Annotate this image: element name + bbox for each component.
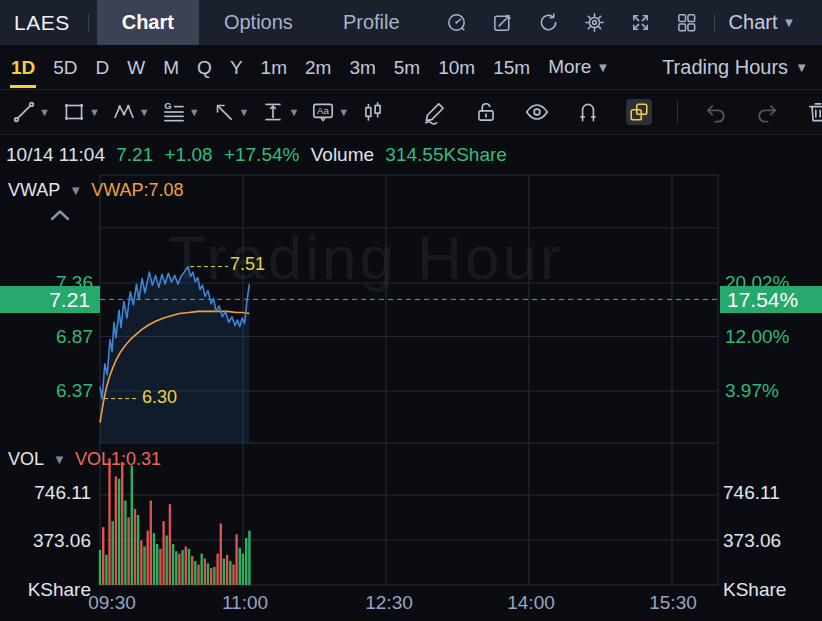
chevron-down-icon[interactable]: ▼ <box>53 452 66 467</box>
volume-label: Volume <box>311 144 374 165</box>
gauge-icon[interactable] <box>445 11 468 34</box>
tab-options[interactable]: Options <box>199 0 318 45</box>
chevron-down-icon[interactable]: ▼ <box>39 106 50 118</box>
chevron-down-icon[interactable]: ▼ <box>288 106 299 118</box>
quote-change: +1.08 <box>165 144 213 165</box>
chevron-down-icon[interactable]: ▼ <box>89 106 100 118</box>
ticker-symbol: LAES <box>14 11 70 35</box>
quote-info-line: 10/14 11:04 7.21 +1.08 +17.54% Volume 31… <box>6 144 513 166</box>
price-tick-left: 6.87 <box>0 325 93 349</box>
quote-datetime: 10/14 11:04 <box>6 144 105 165</box>
trading-app-window: Trading Hour LAES Chart Options Profile <box>0 0 822 621</box>
price-range-icon <box>260 99 286 125</box>
tf-m[interactable]: M <box>154 45 188 90</box>
tf-5d[interactable]: 5D <box>44 45 86 90</box>
chevron-down-icon: ▼ <box>782 15 795 30</box>
session-high-annotation: 7.51 <box>230 254 265 275</box>
volume-unit-right: KShare <box>723 578 786 602</box>
tf-more-label: More <box>548 56 591 78</box>
tf-2m[interactable]: 2m <box>296 45 340 90</box>
tab-chart[interactable]: Chart <box>97 0 199 45</box>
chevron-down-icon[interactable]: ▼ <box>69 183 82 198</box>
vol1-value: VOL1:0.31 <box>75 449 161 470</box>
refresh-icon[interactable] <box>537 11 560 34</box>
wave-pattern-tool[interactable]: ▼ <box>111 99 150 125</box>
trend-line-tool[interactable]: ▼ <box>11 99 50 125</box>
divider <box>714 14 715 32</box>
gann-lines-icon: G <box>161 99 187 125</box>
volume-tick-right: 373.06 <box>723 529 781 553</box>
volume-tick-right: 746.11 <box>723 481 780 505</box>
vwap-indicator-row: VWAP ▼ VWAP:7.08 <box>8 180 184 201</box>
candle-pattern-tool[interactable] <box>360 99 386 125</box>
chevron-down-icon[interactable]: ▼ <box>189 106 200 118</box>
tf-q[interactable]: Q <box>188 45 221 90</box>
time-axis-tick: 15:30 <box>649 592 697 614</box>
divider <box>88 14 89 32</box>
tf-10m[interactable]: 10m <box>429 45 484 90</box>
arrow-mark-icon <box>211 99 237 125</box>
volume-indicator-row: VOL ▼ VOL1:0.31 <box>8 449 161 470</box>
text-note-tool[interactable]: Aa ▼ <box>310 99 349 125</box>
time-axis-tick: 14:00 <box>507 592 555 614</box>
redo-icon[interactable] <box>754 99 780 125</box>
layout-grid-icon[interactable] <box>675 11 698 34</box>
eye-icon[interactable] <box>524 99 550 125</box>
chevron-down-icon: ▼ <box>596 60 609 75</box>
tf-5m[interactable]: 5m <box>385 45 429 90</box>
current-price-tag: 7.21 <box>0 286 100 313</box>
pct-tick-right: 3.97% <box>725 379 779 403</box>
volume-tick-left: 373.06 <box>0 529 91 553</box>
collapse-pane-chevron-icon[interactable] <box>47 207 73 224</box>
vol-indicator-name: VOL <box>8 449 44 470</box>
time-axis-tick: 12:30 <box>365 592 413 614</box>
pencil-draw-icon[interactable] <box>422 99 448 125</box>
drawing-toolbar: ▼ ▼ ▼ G <box>0 90 822 135</box>
price-range-tool[interactable]: ▼ <box>260 99 299 125</box>
session-low-annotation: 6.30 <box>142 387 177 408</box>
quote-price: 7.21 <box>116 144 153 165</box>
volume-tick-left: 746.11 <box>0 481 91 505</box>
svg-text:G: G <box>164 100 172 111</box>
tf-1m[interactable]: 1m <box>252 45 296 90</box>
view-mode-select[interactable]: Chart ▼ <box>729 11 796 34</box>
trend-line-icon <box>11 99 37 125</box>
price-tick-left: 6.37 <box>0 379 93 403</box>
chevron-down-icon[interactable]: ▼ <box>239 106 250 118</box>
undo-icon[interactable] <box>703 99 729 125</box>
tf-w[interactable]: W <box>118 45 154 90</box>
chevron-down-icon[interactable]: ▼ <box>139 106 150 118</box>
view-mode-label: Chart <box>729 11 778 34</box>
session-select[interactable]: Trading Hours ▼ <box>662 56 808 79</box>
tf-y[interactable]: Y <box>221 45 252 90</box>
session-select-label: Trading Hours <box>662 56 788 79</box>
top-bar-icons <box>445 11 698 34</box>
fullscreen-icon[interactable] <box>629 11 652 34</box>
trash-icon[interactable] <box>805 99 822 125</box>
wave-pattern-icon <box>111 99 137 125</box>
annotate-icon[interactable] <box>491 11 514 34</box>
tf-more-dropdown[interactable]: More ▼ <box>539 56 618 78</box>
lock-open-icon[interactable] <box>473 99 499 125</box>
link-layout-icon[interactable] <box>626 99 652 125</box>
shape-tool[interactable]: ▼ <box>61 99 100 125</box>
pct-tick-right: 12.00% <box>725 325 789 349</box>
tab-profile[interactable]: Profile <box>318 0 425 45</box>
arrow-tool[interactable]: ▼ <box>211 99 250 125</box>
tf-d[interactable]: D <box>87 45 119 90</box>
magnet-icon[interactable] <box>575 99 601 125</box>
settings-icon[interactable] <box>583 11 606 34</box>
tf-1d[interactable]: 1D <box>2 45 44 90</box>
top-bar: LAES Chart Options Profile <box>0 0 822 45</box>
vwap-value: VWAP:7.08 <box>91 180 183 201</box>
svg-text:Aa: Aa <box>317 105 330 116</box>
tf-3m[interactable]: 3m <box>340 45 384 90</box>
volume-unit-left: KShare <box>0 578 91 602</box>
tf-15m[interactable]: 15m <box>484 45 539 90</box>
chevron-down-icon: ▼ <box>795 60 808 75</box>
divider <box>677 100 678 124</box>
chevron-down-icon[interactable]: ▼ <box>338 106 349 118</box>
gann-tool[interactable]: G ▼ <box>161 99 200 125</box>
quote-change-pct: +17.54% <box>224 144 300 165</box>
time-axis-tick: 09:30 <box>88 592 136 614</box>
